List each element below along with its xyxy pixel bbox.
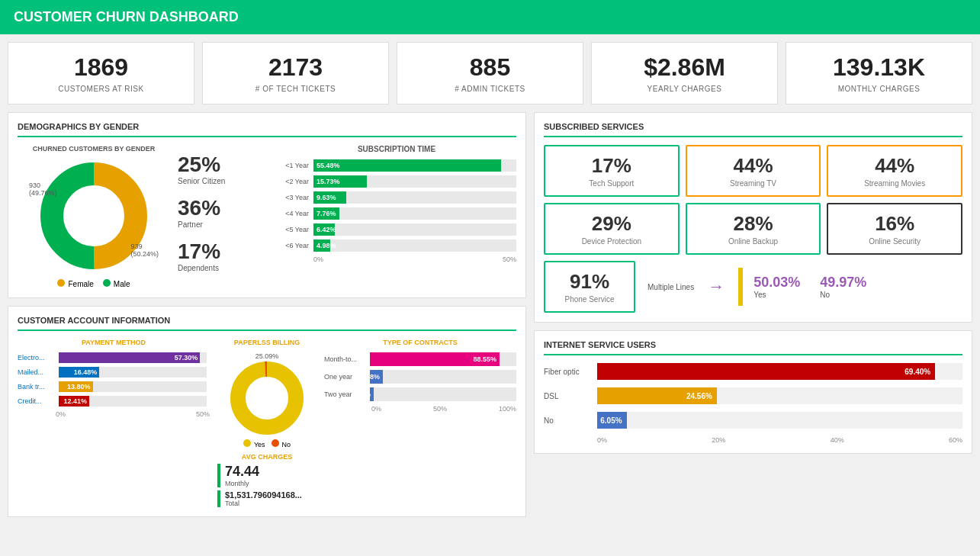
service-online-backup: 28% Online Backup xyxy=(686,203,821,255)
internet-bar-track: 69.40% xyxy=(597,363,962,380)
payment-bar-track: 57.30% xyxy=(59,352,207,363)
payment-bars: Electro... 57.30% Mailed... 16.48% Bank … xyxy=(18,352,210,407)
payment-bar-row: Electro... 57.30% xyxy=(18,352,210,363)
donut-legend: Female Male xyxy=(18,279,170,288)
sub-time-title: SUBSCRIPTION TIME xyxy=(277,145,516,153)
stat-dependents: 17% Dependents xyxy=(178,239,269,272)
donut-area: CHURNED CUSTOMERS BY GENDER xyxy=(18,145,170,288)
streaming-tv-pct: 44% xyxy=(695,154,812,178)
kpi-tech-tickets: 2173 # OF TECH TICKETS xyxy=(202,42,389,104)
stat-dependents-label: Dependents xyxy=(178,264,269,272)
online-security-label: Online Security xyxy=(836,237,953,246)
kpi-label-2: # ADMIN TICKETS xyxy=(413,85,567,93)
subscription-bars: <1 Year 55.48% <2 Year 15.73% <3 Year 9.… xyxy=(277,159,516,252)
contract-bar-fill: 8.88% xyxy=(370,370,383,384)
stat-dependents-pct: 17% xyxy=(178,239,269,264)
streaming-movies-label: Streaming Movies xyxy=(836,179,953,188)
paperless-donut xyxy=(229,360,305,436)
internet-bar-label: No xyxy=(544,416,597,425)
avg-total-value: $1,531.796094168... xyxy=(225,490,316,500)
payment-bar-track: 13.80% xyxy=(59,381,207,392)
kpi-label-3: YEARLY CHARGES xyxy=(607,85,762,93)
phone-pct: 91% xyxy=(557,270,622,294)
sub-bar-row: <4 Year 7.76% xyxy=(277,207,516,220)
female-count: 930 xyxy=(29,182,40,189)
contract-bars: Month-to... 88.55% One year 8.88% Two ye… xyxy=(324,352,516,401)
avg-total-label: Total xyxy=(225,500,316,507)
sub-bar-track: 9.63% xyxy=(313,191,516,204)
female-pct: 49.76% xyxy=(31,189,55,197)
payment-bar-track: 12.41% xyxy=(59,396,207,407)
internet-axis: 0%20%40%60% xyxy=(544,436,962,444)
kpi-value-1: 2173 xyxy=(218,53,373,82)
contract-bar-fill: 2.57% xyxy=(370,387,374,401)
service-online-security: 16% Online Security xyxy=(827,203,962,255)
page-header: CUSTOMER CHURN DASHBOARD xyxy=(0,0,980,34)
stat-partner: 36% Partner xyxy=(178,196,269,229)
paperless-title: PAPERLSS BILLING xyxy=(217,339,316,346)
payment-bar-label: Electro... xyxy=(18,354,56,362)
account-title: CUSTOMER ACCOUNT INFORMATION xyxy=(18,316,516,331)
sub-bar-track: 4.98% xyxy=(313,239,516,252)
donut-chart: 930 (49.76%) 939 (50.24%) xyxy=(37,159,151,273)
internet-bar-track: 6.05% xyxy=(597,412,962,429)
online-security-pct: 16% xyxy=(836,212,953,236)
sub-bar-track: 7.76% xyxy=(313,207,516,220)
account-section: CUSTOMER ACCOUNT INFORMATION PAYMENT MET… xyxy=(8,306,526,517)
sub-bar-label: <5 Year xyxy=(277,226,309,233)
ml-yes-label: Yes xyxy=(753,291,800,299)
sub-bar-row: <3 Year 9.63% xyxy=(277,191,516,204)
services-grid: 17% Tech Support 44% Streaming TV 44% St… xyxy=(544,145,962,255)
tech-support-pct: 17% xyxy=(553,154,670,178)
svg-point-2 xyxy=(67,189,120,243)
internet-bar-row: DSL 24.56% xyxy=(544,387,962,404)
internet-bars: Fiber optic 69.40% DSL 24.56% No 6.05% xyxy=(544,363,962,429)
payment-bar-fill: 57.30% xyxy=(59,352,200,363)
ml-bar xyxy=(738,268,743,306)
avg-monthly-label: Monthly xyxy=(225,480,316,487)
avg-monthly-block: 74.44 Monthly xyxy=(217,464,316,487)
ml-no-block: 49.97% No xyxy=(820,275,866,299)
sub-bar-label: <6 Year xyxy=(277,242,309,249)
streaming-movies-pct: 44% xyxy=(836,154,953,178)
arrow-icon: → xyxy=(708,277,725,297)
internet-bar-fill: 69.40% xyxy=(597,363,935,380)
ml-yes-pct: 50.03% xyxy=(753,275,800,291)
demographics-section: DEMOGRAPHICS BY GENDER CHURNED CUSTOMERS… xyxy=(8,112,526,298)
avg-monthly-value: 74.44 xyxy=(225,464,316,480)
sub-bar-label: <4 Year xyxy=(277,210,309,217)
sub-bar-row: <2 Year 15.73% xyxy=(277,175,516,188)
sub-bar-row: <5 Year 6.42% xyxy=(277,223,516,236)
stat-senior: 25% Senior Citizen xyxy=(178,153,269,185)
sub-bar-label: <2 Year xyxy=(277,178,309,185)
payment-bar-row: Mailed... 16.48% xyxy=(18,367,210,378)
stat-senior-label: Senior Citizen xyxy=(178,177,269,185)
sub-bar-track: 15.73% xyxy=(313,175,516,188)
internet-bar-row: Fiber optic 69.40% xyxy=(544,363,962,380)
avg-total-block: $1,531.796094168... Total xyxy=(217,490,316,507)
payment-bar-track: 16.48% xyxy=(59,367,207,378)
kpi-value-0: 1869 xyxy=(24,53,178,82)
sub-bar-track: 6.42% xyxy=(313,223,516,236)
contract-bar-fill: 88.55% xyxy=(370,352,500,366)
sub-bar-label: <1 Year xyxy=(277,162,309,169)
internet-bar-label: DSL xyxy=(544,392,597,400)
online-backup-label: Online Backup xyxy=(695,237,812,246)
contract-bar-track: 8.88% xyxy=(370,370,516,384)
payment-bar-label: Bank tr... xyxy=(18,383,56,390)
internet-bar-label: Fiber optic xyxy=(544,368,597,376)
payment-bar-fill: 12.41% xyxy=(59,396,89,407)
phone-service-row: 91% Phone Service Multiple Lines → 50.03… xyxy=(544,261,962,313)
contract-bar-row: Two year 2.57% xyxy=(324,387,516,401)
kpi-value-3: $2.86M xyxy=(607,53,762,82)
ml-no-label: No xyxy=(820,291,866,299)
contracts-title: TYPE OF CONTRACTS xyxy=(324,339,516,346)
contract-bar-row: One year 8.88% xyxy=(324,370,516,384)
phone-label: Phone Service xyxy=(557,295,622,304)
ml-yes-block: 50.03% Yes xyxy=(753,275,800,299)
kpi-yearly-charges: $2.86M YEARLY CHARGES xyxy=(591,42,778,104)
payment-bar-fill: 13.80% xyxy=(59,381,93,392)
kpi-monthly-charges: 139.13K MONTHLY CHARGES xyxy=(786,42,972,104)
internet-bar-fill: 24.56% xyxy=(597,387,717,404)
sub-bar-fill: 9.63% xyxy=(313,191,346,204)
